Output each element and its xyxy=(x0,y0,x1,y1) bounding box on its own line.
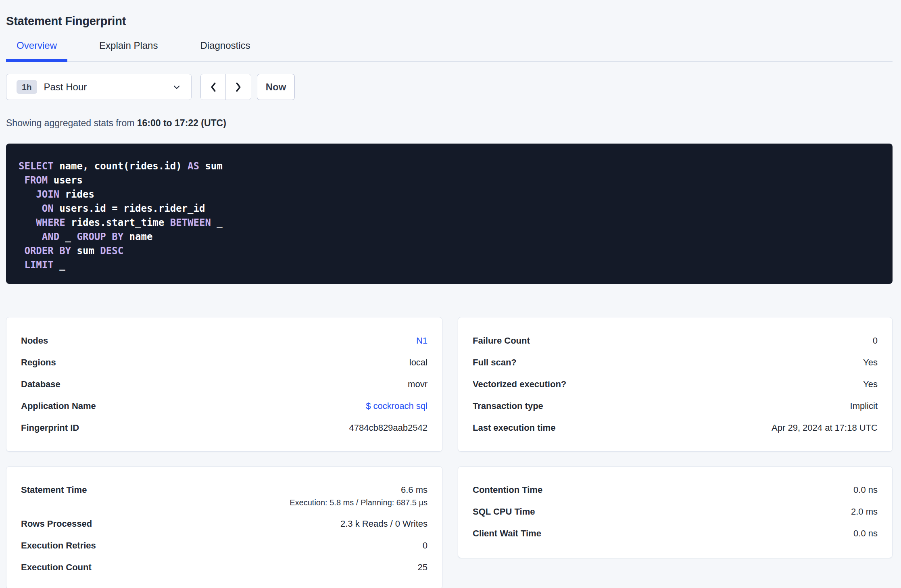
stat-label: Failure Count xyxy=(473,336,530,346)
sql-line: FROM users xyxy=(19,173,880,188)
sql-text: name, count(rides.id) xyxy=(54,161,188,172)
stat-label: Execution Retries xyxy=(21,541,96,550)
stat-value-link[interactable]: N1 xyxy=(416,336,428,346)
sql-text xyxy=(19,203,42,214)
tab-list: OverviewExplain PlansDiagnostics xyxy=(6,40,282,61)
stat-row: Statement Time6.6 msExecution: 5.8 ms / … xyxy=(21,485,428,507)
sql-text xyxy=(19,259,24,271)
stat-value-link[interactable]: $ cockroach sql xyxy=(366,401,428,411)
statement-fingerprint-page: Statement Fingerprint OverviewExplain Pl… xyxy=(0,0,901,588)
stat-row: NodesN1 xyxy=(21,336,428,346)
sql-keyword: JOIN xyxy=(36,189,59,200)
sql-text: users xyxy=(48,175,83,186)
time-range-select[interactable]: 1h Past Hour xyxy=(6,74,192,100)
sql-statement-box: SELECT name, count(rides.id) AS sum FROM… xyxy=(6,144,893,284)
sql-keyword: AS xyxy=(188,161,199,172)
sql-text: _ xyxy=(54,259,65,271)
stat-value-wrap: 4784cb829aab2542 xyxy=(349,423,428,433)
sql-keyword: DESC xyxy=(100,245,123,256)
tab-diagnostics[interactable]: Diagnostics xyxy=(190,40,261,62)
sql-line: LIMIT _ xyxy=(19,258,880,272)
aggregated-stats-line: Showing aggregated stats from 16:00 to 1… xyxy=(6,118,893,129)
time-controls: 1h Past Hour Now xyxy=(6,74,893,100)
page-title: Statement Fingerprint xyxy=(6,15,893,28)
stat-value-wrap: 0 xyxy=(873,336,878,346)
stat-value: 25 xyxy=(418,563,428,572)
tab-overview[interactable]: Overview xyxy=(6,40,67,62)
sql-text xyxy=(19,245,24,256)
tab-explain-plans[interactable]: Explain Plans xyxy=(89,40,168,62)
sql-text: users.id = rides.rider_id xyxy=(54,203,205,214)
stat-label: Last execution time xyxy=(473,423,555,433)
stat-row: Failure Count0 xyxy=(473,336,878,346)
aggregated-stats-prefix: Showing aggregated stats from xyxy=(6,118,137,128)
time-range-label: Past Hour xyxy=(44,81,172,93)
stat-label: Statement Time xyxy=(21,485,87,495)
stat-value-wrap: 0.0 ns xyxy=(853,529,878,538)
stat-value-wrap: 0 xyxy=(423,541,428,550)
sql-text xyxy=(19,217,36,228)
stat-value: Implicit xyxy=(850,401,878,411)
stat-value-wrap: movr xyxy=(408,379,428,389)
stat-row: Rows Processed2.3 k Reads / 0 Writes xyxy=(21,519,428,529)
stat-label: Full scan? xyxy=(473,358,517,367)
stat-label: Execution Count xyxy=(21,563,92,572)
sql-line: ON users.id = rides.rider_id xyxy=(19,202,880,216)
stat-row: Full scan?Yes xyxy=(473,358,878,367)
stat-value: 4784cb829aab2542 xyxy=(349,423,428,433)
stat-row: Databasemovr xyxy=(21,379,428,389)
stat-value-wrap: N1 xyxy=(416,336,428,346)
stat-label: Regions xyxy=(21,358,56,367)
tab-bar: OverviewExplain PlansDiagnostics xyxy=(6,40,893,62)
time-prev-button[interactable] xyxy=(201,74,226,100)
stat-value-wrap: 2.0 ms xyxy=(851,507,878,517)
aggregated-stats-range: 16:00 to 17:22 (UTC) xyxy=(137,118,226,128)
stat-value-wrap: 2.3 k Reads / 0 Writes xyxy=(340,519,428,529)
sql-text: rides xyxy=(59,189,94,200)
stat-value: 0 xyxy=(873,336,878,346)
stat-label: Fingerprint ID xyxy=(21,423,79,433)
sql-text: _ xyxy=(59,231,77,242)
stat-row: Client Wait Time0.0 ns xyxy=(473,529,878,538)
time-next-button[interactable] xyxy=(226,74,251,100)
stat-label: SQL CPU Time xyxy=(473,507,535,517)
sql-keyword: ORDER BY xyxy=(24,245,71,256)
stat-value: local xyxy=(409,358,428,367)
chevron-left-icon xyxy=(208,81,219,93)
sql-text: sum xyxy=(71,245,100,256)
chevron-right-icon xyxy=(233,81,244,93)
now-button[interactable]: Now xyxy=(257,74,295,100)
stat-value: movr xyxy=(408,379,428,389)
sql-line: WHERE rides.start_time BETWEEN _ xyxy=(19,216,880,230)
sql-keyword: GROUP BY xyxy=(77,231,124,242)
stat-value-wrap: 6.6 msExecution: 5.8 ms / Planning: 687.… xyxy=(290,485,428,507)
sql-keyword: LIMIT xyxy=(24,259,53,271)
stat-row: Execution Count25 xyxy=(21,563,428,572)
stat-label: Client Wait Time xyxy=(473,529,541,538)
stat-value-wrap: Apr 29, 2024 at 17:18 UTC xyxy=(772,423,878,433)
sql-line: JOIN rides xyxy=(19,188,880,202)
sql-keyword: FROM xyxy=(24,175,48,186)
sql-line: ORDER BY sum DESC xyxy=(19,244,880,258)
sql-keyword: ON xyxy=(42,203,54,214)
stat-value: 0.0 ns xyxy=(853,485,878,495)
summary-cards-grid: NodesN1RegionslocalDatabasemovrApplicati… xyxy=(6,317,893,588)
stat-subvalue: Execution: 5.8 ms / Planning: 687.5 µs xyxy=(290,498,428,507)
stat-value: 6.6 ms xyxy=(290,485,428,495)
stat-value: 2.3 k Reads / 0 Writes xyxy=(340,519,428,529)
stat-row: Contention Time0.0 ns xyxy=(473,485,878,495)
sql-text: _ xyxy=(211,217,223,228)
time-range-badge: 1h xyxy=(17,80,37,94)
sql-text xyxy=(19,189,36,200)
stat-value: 2.0 ms xyxy=(851,507,878,517)
stat-label: Contention Time xyxy=(473,485,542,495)
stat-row: Regionslocal xyxy=(21,358,428,367)
stat-value: 0 xyxy=(423,541,428,550)
stat-value-wrap: $ cockroach sql xyxy=(366,401,428,411)
chevron-down-icon xyxy=(172,82,181,92)
wait-time-card: Contention Time0.0 nsSQL CPU Time2.0 msC… xyxy=(458,466,893,558)
stat-value: Yes xyxy=(863,379,878,389)
stat-label: Application Name xyxy=(21,401,96,411)
stat-label: Nodes xyxy=(21,336,48,346)
sql-keyword: SELECT xyxy=(19,161,54,172)
